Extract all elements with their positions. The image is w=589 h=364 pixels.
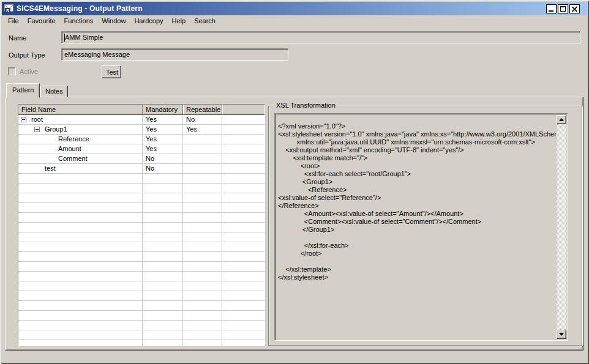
table-row-empty[interactable]	[18, 321, 264, 330]
name-value: AMM Simple	[65, 34, 103, 41]
table-row-empty[interactable]	[18, 291, 264, 301]
mandatory-value: No	[142, 154, 182, 163]
table-row-empty[interactable]	[18, 272, 264, 281]
menu-item-hardcopy[interactable]: Hardcopy	[130, 16, 167, 26]
repeatable-value: No	[182, 115, 222, 124]
tab-notes[interactable]: Notes	[40, 86, 68, 97]
name-label: Name	[9, 34, 26, 42]
xsl-code[interactable]: <?xml version="1.0"?> <xsl:stylesheet ve…	[276, 122, 556, 332]
triangle-down-icon	[559, 333, 564, 336]
table-row-empty[interactable]	[18, 242, 264, 252]
repeatable-value	[182, 135, 222, 144]
pattern-tab-panel: Field Name Mandatory Repeatable rootYesN…	[5, 97, 583, 351]
xsl-code-area[interactable]: <?xml version="1.0"?> <xsl:stylesheet ve…	[274, 113, 568, 341]
scroll-down-button[interactable]	[557, 330, 566, 339]
table-row-empty[interactable]	[18, 203, 264, 213]
tab-pattern[interactable]: Pattern	[6, 83, 40, 98]
name-input[interactable]: AMM Simple	[61, 31, 580, 43]
field-table-body: rootYesNoGroup1YesYesReferenceYesAmountY…	[18, 115, 264, 346]
xsl-transformation-group: XSL Transformation <?xml version="1.0"?>…	[268, 106, 582, 346]
field-table: Field Name Mandatory Repeatable rootYesN…	[18, 104, 265, 346]
maximize-button[interactable]	[558, 4, 568, 13]
table-row-empty[interactable]	[18, 252, 264, 262]
table-row-empty[interactable]	[18, 340, 264, 346]
table-row-empty[interactable]	[18, 213, 264, 223]
minimize-button[interactable]	[546, 4, 557, 13]
field-name: test	[45, 165, 56, 172]
table-row-empty[interactable]	[18, 223, 264, 232]
app-window: S SICS4EMessaging - Output Pattern FileF…	[0, 0, 589, 364]
maximize-icon	[560, 6, 566, 12]
repeatable-value	[182, 154, 222, 163]
menu-item-file[interactable]: File	[4, 16, 23, 26]
menu-item-favourite[interactable]: Favourite	[23, 16, 60, 26]
tree-collapse-icon[interactable]	[34, 127, 40, 132]
triangle-up-icon	[559, 118, 564, 121]
menu-item-functions[interactable]: Functions	[60, 16, 98, 26]
mandatory-value: No	[142, 164, 182, 173]
table-row[interactable]: ReferenceYes	[18, 135, 264, 144]
table-row[interactable]: AmountYes	[18, 144, 264, 154]
scroll-up-button[interactable]	[557, 115, 566, 124]
active-label: Active	[20, 68, 38, 75]
table-row-empty[interactable]	[18, 330, 264, 340]
svg-text:S: S	[6, 8, 10, 13]
tree-collapse-icon[interactable]	[21, 117, 26, 122]
minimize-icon	[549, 10, 553, 12]
active-checkbox	[8, 67, 16, 75]
mandatory-value: Yes	[142, 144, 182, 154]
xsl-scrollbar[interactable]	[557, 115, 566, 339]
menu-bar: FileFavouriteFunctionsWindowHardcopyHelp…	[2, 15, 587, 27]
field-name: Reference	[58, 135, 89, 143]
column-header-repeatable[interactable]: Repeatable	[182, 105, 222, 114]
column-header-empty[interactable]	[222, 105, 264, 114]
mandatory-value: Yes	[142, 125, 182, 134]
table-row[interactable]: Group1YesYes	[18, 125, 264, 135]
mandatory-value: Yes	[142, 135, 182, 144]
menu-item-window[interactable]: Window	[97, 16, 130, 26]
column-header-field-name[interactable]: Field Name	[18, 105, 142, 114]
test-button[interactable]: Test	[102, 65, 121, 78]
table-row[interactable]: rootYesNo	[18, 115, 264, 125]
repeatable-value	[182, 164, 222, 173]
table-row-empty[interactable]	[18, 311, 264, 321]
table-row-empty[interactable]	[18, 281, 264, 291]
field-table-header: Field Name Mandatory Repeatable	[18, 105, 264, 115]
repeatable-value	[182, 144, 222, 154]
repeatable-value: Yes	[182, 125, 222, 134]
field-name: root	[31, 116, 43, 123]
output-type-input[interactable]: eMessaging Message	[61, 48, 288, 61]
window-title: SICS4EMessaging - Output Pattern	[17, 4, 546, 13]
table-row-empty[interactable]	[18, 174, 264, 184]
app-icon: S	[4, 4, 14, 13]
output-type-label: Output Type	[9, 51, 45, 59]
table-row-empty[interactable]	[18, 232, 264, 242]
titlebar: S SICS4EMessaging - Output Pattern	[2, 2, 587, 15]
mandatory-value: Yes	[142, 115, 182, 124]
table-row[interactable]: CommentNo	[18, 154, 264, 164]
table-row-empty[interactable]	[18, 184, 264, 193]
field-name: Group1	[45, 125, 67, 133]
table-row-empty[interactable]	[18, 262, 264, 272]
field-name: Comment	[58, 155, 88, 162]
menu-item-help[interactable]: Help	[168, 16, 190, 26]
table-row[interactable]: testNo	[18, 164, 264, 174]
output-type-value: eMessaging Message	[64, 51, 130, 58]
close-button[interactable]	[569, 4, 580, 13]
field-name: Amount	[58, 145, 81, 152]
column-header-mandatory[interactable]: Mandatory	[142, 105, 182, 114]
table-row-empty[interactable]	[18, 193, 264, 203]
menu-item-search[interactable]: Search	[190, 16, 220, 26]
table-row-empty[interactable]	[18, 301, 264, 311]
xsl-group-title: XSL Transformation	[274, 102, 337, 109]
